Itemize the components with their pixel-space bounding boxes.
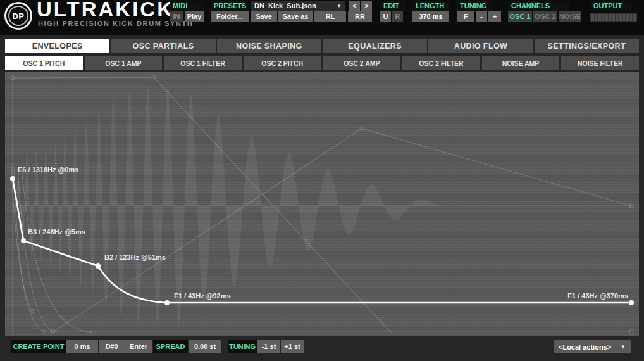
tuning-minus-button[interactable]: -: [476, 11, 487, 22]
tuning-f-button[interactable]: F: [457, 11, 474, 22]
preset-select[interactable]: DN_Kick_Sub.json ▼: [251, 1, 345, 11]
tuning-plus-1st-button[interactable]: +1 st: [281, 340, 304, 353]
ultrakick-window: DP ULTRAKICK HIGH PRECISION KICK DRUM SY…: [0, 0, 644, 361]
redo-button[interactable]: R: [392, 11, 403, 22]
create-point-note-button[interactable]: D#0: [99, 340, 125, 353]
envelope-point-label: B2 / 123Hz @51ms: [104, 253, 166, 261]
length-value[interactable]: 370 ms: [412, 11, 449, 22]
channel-osc1-button[interactable]: OSC 1: [508, 11, 532, 22]
spread-chip: SPREAD: [153, 340, 188, 353]
tab-envelopes[interactable]: ENVELOPES: [5, 39, 109, 53]
chevron-down-icon: ▼: [621, 344, 626, 350]
dp-logo-icon: DP: [4, 2, 32, 30]
sub-tab-osc-1-filter[interactable]: OSC 1 FILTER: [164, 56, 242, 70]
envelope-point-label: E6 / 1318Hz @0ms: [18, 166, 78, 174]
envelope-point-f1-92ms[interactable]: [164, 300, 170, 305]
preset-save-button[interactable]: Save: [251, 11, 277, 22]
undo-button[interactable]: U: [380, 11, 391, 22]
midi-section-label: MIDI: [170, 1, 204, 11]
header-bar: DP ULTRAKICK HIGH PRECISION KICK DRUM SY…: [0, 0, 644, 35]
meter-segment: [623, 14, 626, 21]
output-level-meter: [590, 13, 637, 22]
tuning-plus-button[interactable]: +: [488, 11, 501, 22]
bottom-toolbar: CREATE POINT 0 ms D#0 Enter SPREAD 0.00 …: [0, 336, 644, 361]
meter-segment: [630, 14, 633, 21]
envelope-point-label: B3 / 246Hz @5ms: [28, 228, 85, 236]
meter-segment: [591, 14, 594, 21]
output-section-label: OUTPUT: [590, 1, 632, 11]
local-actions-select[interactable]: <Local actions> ▼: [554, 340, 631, 353]
preset-folder-button[interactable]: Folder...: [211, 11, 249, 22]
tab-equalizers[interactable]: EQUALIZERS: [323, 39, 427, 53]
sub-tab-osc-2-amp[interactable]: OSC 2 AMP: [323, 56, 401, 70]
envelope-sub-tab-bar: OSC 1 PITCHOSC 1 AMPOSC 1 FILTEROSC 2 PI…: [5, 56, 639, 70]
envelope-point-f1-370ms[interactable]: [629, 300, 634, 305]
sub-tab-osc-1-pitch[interactable]: OSC 1 PITCH: [5, 56, 83, 70]
preset-rr-button[interactable]: RR: [348, 11, 372, 22]
midi-in-button[interactable]: IN: [170, 11, 183, 22]
sub-tab-osc-2-pitch[interactable]: OSC 2 PITCH: [244, 56, 321, 70]
channel-noise-button[interactable]: NOISE: [559, 11, 581, 22]
sub-tab-osc-1-amp[interactable]: OSC 1 AMP: [85, 56, 163, 70]
envelope-point-label: F1 / 43Hz @92ms: [174, 292, 231, 300]
preset-save-as-button[interactable]: Save as: [278, 11, 313, 22]
preset-rl-button[interactable]: RL: [314, 11, 346, 22]
envelope-canvas[interactable]: E6 / 1318Hz @0msB3 / 246Hz @5msB2 / 123H…: [5, 72, 639, 336]
preset-prev-button[interactable]: <: [349, 1, 360, 11]
channel-osc2-button[interactable]: OSC 2: [533, 11, 557, 22]
chevron-down-icon: ▼: [337, 1, 342, 11]
meter-segment: [616, 14, 619, 21]
meter-segment: [612, 14, 615, 21]
create-point-chip: CREATE POINT: [11, 340, 66, 353]
envelope-editor[interactable]: E6 / 1318Hz @0msB3 / 246Hz @5msB2 / 123H…: [5, 72, 639, 336]
envelope-point-b3-5ms[interactable]: [21, 238, 26, 243]
tab-noise-shaping[interactable]: NOISE SHAPING: [217, 39, 321, 53]
midi-play-button[interactable]: Play: [185, 11, 204, 22]
sub-tab-osc-2-filter[interactable]: OSC 2 FILTER: [402, 56, 480, 70]
app-title: ULTRAKICK: [37, 0, 174, 22]
envelope-point-e6-0ms[interactable]: [10, 176, 15, 181]
tuning-chip: TUNING: [228, 340, 257, 353]
local-actions-value: <Local actions>: [559, 343, 611, 351]
tab-osc-partials[interactable]: OSC PARTIALS: [111, 39, 215, 53]
edit-section-label: EDIT: [380, 1, 406, 11]
create-point-enter-button[interactable]: Enter: [125, 340, 152, 353]
preset-next-button[interactable]: >: [361, 1, 372, 11]
meter-segment: [633, 14, 636, 21]
meter-segment: [619, 14, 622, 21]
channels-section-label: CHANNELS: [508, 1, 569, 11]
sub-tab-noise-amp[interactable]: NOISE AMP: [482, 56, 560, 70]
preset-selected-value: DN_Kick_Sub.json: [254, 1, 316, 11]
envelope-point-b2-51ms[interactable]: [96, 263, 101, 269]
tuning-section-label: TUNING: [457, 1, 492, 11]
sub-tab-noise-filter[interactable]: NOISE FILTER: [561, 56, 639, 70]
meter-segment: [595, 14, 598, 21]
tuning-minus-1st-button[interactable]: -1 st: [257, 340, 280, 353]
meter-segment: [626, 14, 629, 21]
tab-settings-export[interactable]: SETTINGS/EXPORT: [535, 39, 639, 53]
envelope-point-label: F1 / 43Hz @370ms: [567, 292, 628, 300]
spread-value-button[interactable]: 0.00 st: [189, 340, 221, 353]
presets-section-label: PRESETS: [211, 1, 249, 11]
tab-audio-flow[interactable]: AUDIO FLOW: [428, 39, 533, 53]
meter-segment: [609, 14, 612, 21]
meter-segment: [605, 14, 608, 21]
create-point-time-button[interactable]: 0 ms: [66, 340, 98, 353]
meter-segment: [598, 14, 601, 21]
meter-segment: [602, 14, 605, 21]
main-tab-bar: ENVELOPESOSC PARTIALSNOISE SHAPINGEQUALI…: [5, 39, 639, 53]
length-section-label: LENGTH: [412, 1, 449, 11]
